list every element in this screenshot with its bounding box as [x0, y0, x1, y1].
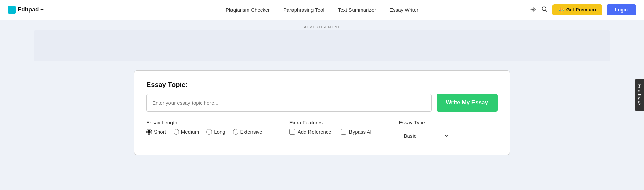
checkbox-add-reference-input[interactable] — [289, 129, 295, 135]
logo-text: Editpad + — [18, 6, 44, 13]
premium-label: Get Premium — [566, 7, 596, 13]
header: Editpad + Plagiarism Checker Paraphrasin… — [0, 0, 644, 20]
essay-type-group: Essay Type: Basic Argumentative Descript… — [399, 120, 449, 142]
essay-topic-input[interactable] — [146, 94, 432, 112]
radio-medium-input[interactable] — [174, 129, 179, 135]
nav-plagiarism-checker[interactable]: Plagiarism Checker — [226, 7, 270, 13]
logo[interactable]: Editpad + — [8, 6, 56, 14]
essay-length-label: Essay Length: — [146, 120, 262, 125]
radio-medium[interactable]: Medium — [174, 129, 199, 135]
radio-long[interactable]: Long — [206, 129, 225, 135]
svg-line-1 — [546, 10, 547, 12]
radio-long-input[interactable] — [206, 129, 212, 135]
login-button[interactable]: Login — [607, 4, 636, 15]
nav-text-summarizer[interactable]: Text Summarizer — [338, 7, 376, 13]
radio-long-label: Long — [214, 129, 225, 135]
header-right: ☀ 👑 Get Premium Login — [530, 4, 636, 15]
add-reference-label: Add Reference — [298, 129, 331, 135]
ad-label: ADVERTISEMENT — [0, 25, 644, 29]
checkbox-add-reference[interactable]: Add Reference — [289, 129, 331, 135]
logo-icon — [8, 6, 16, 14]
bypass-ai-label: Bypass AI — [349, 129, 372, 135]
search-icon[interactable] — [541, 6, 548, 14]
extra-features-group: Extra Features: Add Reference Bypass AI — [289, 120, 372, 135]
radio-extensive-input[interactable] — [233, 129, 238, 135]
get-premium-button[interactable]: 👑 Get Premium — [552, 4, 602, 15]
essay-type-label: Essay Type: — [399, 120, 449, 125]
feedback-tab[interactable]: Feedback — [635, 79, 644, 111]
input-row: Write My Essay — [146, 94, 498, 112]
nav-paraphrasing-tool[interactable]: Paraphrasing Tool — [283, 7, 324, 13]
advertisement-section: ADVERTISEMENT — [0, 20, 644, 61]
radio-short-label: Short — [154, 129, 166, 135]
radio-short-input[interactable] — [146, 129, 152, 135]
main-nav: Plagiarism Checker Paraphrasing Tool Tex… — [226, 7, 418, 13]
nav-essay-writer[interactable]: Essay Writer — [389, 7, 418, 13]
essay-card: Essay Topic: Write My Essay Essay Length… — [134, 70, 510, 155]
essay-type-select[interactable]: Basic Argumentative Descriptive Exposito… — [399, 129, 449, 142]
extra-features-checkbox-group: Add Reference Bypass AI — [289, 129, 372, 135]
options-row: Essay Length: Short Medium Long — [146, 120, 498, 142]
theme-toggle-icon[interactable]: ☀ — [530, 6, 536, 14]
radio-extensive[interactable]: Extensive — [233, 129, 262, 135]
radio-extensive-label: Extensive — [240, 129, 262, 135]
essay-topic-label: Essay Topic: — [146, 81, 498, 89]
radio-short[interactable]: Short — [146, 129, 166, 135]
main-content: Essay Topic: Write My Essay Essay Length… — [0, 61, 644, 155]
premium-icon: 👑 — [559, 7, 564, 13]
ad-banner — [34, 30, 610, 61]
essay-length-group: Essay Length: Short Medium Long — [146, 120, 262, 135]
write-my-essay-button[interactable]: Write My Essay — [437, 94, 498, 112]
essay-length-radio-group: Short Medium Long Extensive — [146, 129, 262, 135]
radio-medium-label: Medium — [181, 129, 199, 135]
extra-features-label: Extra Features: — [289, 120, 372, 125]
checkbox-bypass-ai-input[interactable] — [341, 129, 346, 135]
checkbox-bypass-ai[interactable]: Bypass AI — [341, 129, 372, 135]
